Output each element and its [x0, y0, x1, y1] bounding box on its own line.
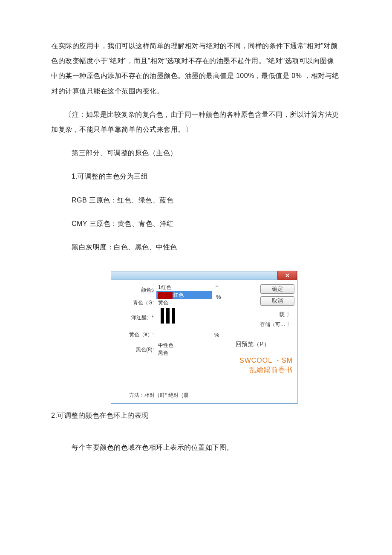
option-label: 黑色	[158, 350, 168, 356]
label-cyan: 青色（G:	[114, 296, 154, 309]
section3-title: 第三部分、可调整的原色（主色）	[51, 145, 341, 160]
load-link[interactable]: 载	[213, 311, 292, 318]
swatch-red-icon	[158, 292, 173, 299]
label-black: 黑色(8):	[114, 343, 154, 356]
dialog-right-panel: % 确定 取消 载 存储（可… % 回预览（P） SWCOOL ・SM 乱繪蹋前…	[212, 283, 294, 400]
method-label: 方法：相对（町° 绝对（册	[129, 392, 189, 399]
ok-button[interactable]: 确定	[260, 284, 294, 294]
dialog-left-labels: 颜色s 青色（G: 洋红酗）* 黄色（¥）: 黑色(8):	[114, 283, 156, 400]
paragraph-1: 在实际的应用中，我们可以这样简单的理解相对与绝对的不同，同样的条件下通常"相对"…	[51, 38, 341, 98]
dialog-body: 颜色s 青色（G: 洋红酗）* 黄色（¥）: 黑色(8): 1红色 红色 黄色 …	[111, 280, 298, 404]
watermark-line-1: SWCOOL ・SM	[213, 356, 293, 365]
cancel-button[interactable]: 取消	[260, 296, 294, 306]
label-colors: 颜色s	[114, 283, 154, 296]
close-icon: ✕	[285, 272, 290, 279]
paragraph-note: 〔注：如果是比较复杂的复合色，由于同一种颜色的各种原色含量不同，所以计算方法更加…	[51, 107, 341, 137]
dropdown-option-selected[interactable]: 红色	[156, 291, 212, 299]
section3-2-desc: 每个主要颜色的色域在色相环上表示的位置如下图。	[51, 440, 341, 455]
option-label: 中性色	[158, 342, 173, 348]
dialog-titlebar: ✕	[111, 272, 298, 280]
label-yellow: 黄色（¥）:	[114, 326, 154, 343]
dropdown-option-1[interactable]: 1红色	[156, 283, 212, 291]
percent-symbol-1: %	[216, 294, 221, 300]
option-label: 红色	[173, 292, 184, 298]
watermark-line-2: 乱繪蹋前香书	[213, 365, 293, 375]
section3-item-1: 1.可调整的主色分为三组	[51, 169, 341, 184]
option-label: 1红色	[158, 284, 171, 290]
dropdown-option-3[interactable]: 黄色	[156, 299, 212, 306]
cmy-line: CMY 三原色：黄色、青色、洋红	[51, 216, 341, 231]
slider-bars-icon	[161, 308, 212, 324]
preview-checkbox[interactable]: 回预览（P）	[213, 341, 292, 348]
section3-item-2: 2.可调整的颜色在色环上的表现	[51, 408, 341, 423]
dropdown-option-5[interactable]: 黑色	[156, 349, 212, 357]
rgb-line: RGB 三原色：红色、绿色、蓝色	[51, 193, 341, 208]
dialog-screenshot: ✕ 颜色s 青色（G: 洋红酗）* 黄色（¥）: 黑色(8): 1红色 红色 黄…	[111, 272, 298, 404]
close-button[interactable]: ✕	[277, 271, 297, 280]
watermark: SWCOOL ・SM 乱繪蹋前香书	[213, 356, 294, 374]
save-link[interactable]: 存储（可…	[213, 321, 292, 328]
option-label: 黄色	[158, 300, 168, 306]
label-magenta: 洋红酗）*	[114, 309, 154, 326]
dialog-dropdown[interactable]: 1红色 红色 黄色 中性色 黑色 "	[156, 283, 212, 400]
percent-symbol-2: %	[214, 332, 219, 338]
dropdown-option-4[interactable]: 中性色	[156, 341, 212, 349]
bw-line: 黑白灰明度：白色、黑色、中性色	[51, 240, 341, 254]
